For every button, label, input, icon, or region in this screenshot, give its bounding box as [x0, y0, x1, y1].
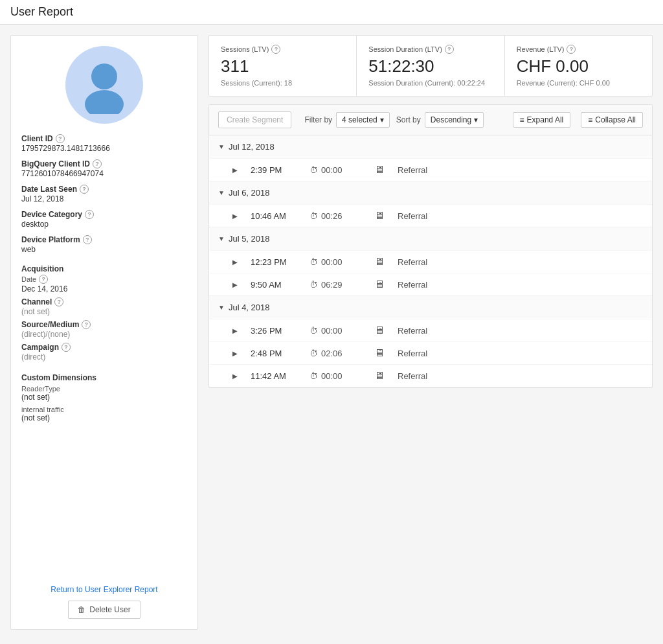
avatar: [65, 46, 143, 124]
sort-chevron-icon: ▾: [474, 115, 478, 124]
campaign-help-icon[interactable]: ?: [62, 343, 71, 352]
device-category-label: Device Category ?: [21, 210, 187, 219]
stat-sub-1: Session Duration (Current): 00:22:24: [368, 79, 492, 87]
group-chevron-0: ▼: [218, 143, 225, 150]
expand-all-button[interactable]: ≡ Expand All: [513, 112, 571, 128]
clock-icon-3-2: ⏱: [309, 371, 318, 381]
clock-icon-2-0: ⏱: [309, 257, 318, 267]
monitor-icon-2-0: 🖥: [372, 256, 387, 268]
channel-value: (not set): [21, 307, 187, 316]
stat-card-1: Session Duration (LTV) ? 51:22:30 Sessio…: [357, 36, 504, 96]
collapse-all-button[interactable]: ≡ Collapse All: [581, 112, 643, 128]
monitor-icon-3-2: 🖥: [372, 370, 387, 382]
session-expand-icon-0-0[interactable]: ▶: [232, 167, 238, 174]
svg-point-0: [91, 63, 117, 89]
monitor-icon-0-0: 🖥: [372, 164, 387, 176]
session-channel-3-1: Referral: [398, 349, 427, 358]
sessions-ltv-help-icon[interactable]: ?: [271, 45, 280, 54]
monitor-icon-1-0: 🖥: [372, 210, 387, 222]
custom-dimensions-section: Custom Dimensions ReaderType (not set) i…: [21, 373, 187, 426]
stat-sub-0: Sessions (Current): 18: [221, 79, 344, 87]
channel-label: Channel ?: [21, 297, 187, 306]
session-expand-icon-2-1[interactable]: ▶: [232, 281, 238, 288]
collapse-icon: ≡: [588, 115, 592, 124]
session-expand-icon-3-2[interactable]: ▶: [232, 373, 238, 380]
client-id-section: Client ID ? 1795729873.1481713666: [21, 134, 187, 153]
stat-value-2: CHF 0.00: [517, 56, 640, 76]
group-chevron-3: ▼: [218, 304, 225, 311]
session-duration-2-1: ⏱ 06:29: [309, 280, 361, 290]
session-duration-2-0: ⏱ 00:00: [309, 257, 361, 267]
session-expand-icon-3-0[interactable]: ▶: [232, 327, 238, 334]
campaign-section: Campaign ? (direct): [21, 343, 187, 362]
stat-card-2: Revenue (LTV) ? CHF 0.00 Revenue (Curren…: [505, 36, 652, 96]
create-segment-button[interactable]: Create Segment: [218, 111, 291, 128]
page-title: User Report: [10, 5, 653, 19]
session-expand-icon-1-0[interactable]: ▶: [232, 213, 238, 220]
device-platform-section: Device Platform ? web: [21, 235, 187, 254]
session-row-0-0: ▶ 2:39 PM ⏱ 00:00 🖥 Referral: [209, 158, 652, 181]
client-id-help-icon[interactable]: ?: [56, 134, 65, 143]
session-time-3-2: 11:42 AM: [251, 371, 299, 381]
sort-select[interactable]: Descending ▾: [425, 112, 484, 128]
bigquery-client-id-section: BigQuery Client ID ? 7712601078466947074: [21, 159, 187, 178]
session-channel-2-1: Referral: [398, 280, 427, 290]
group-chevron-2: ▼: [218, 235, 225, 242]
session-duration-1-0: ⏱ 00:26: [309, 211, 361, 221]
stat-card-0: Sessions (LTV) ? 311 Sessions (Current):…: [209, 36, 357, 96]
session-channel-1-0: Referral: [398, 211, 427, 221]
bigquery-value: 7712601078466947074: [21, 169, 187, 178]
filter-group: Filter by 4 selected ▾: [304, 112, 389, 128]
stat-sub-2: Revenue (Current): CHF 0.00: [517, 79, 640, 87]
date-last-seen-value: Jul 12, 2018: [21, 194, 187, 203]
date-last-seen-label: Date Last Seen ?: [21, 185, 187, 194]
acquisition-date-value: Dec 14, 2016: [21, 284, 187, 293]
device-category-help-icon[interactable]: ?: [85, 210, 94, 219]
revenue-help-icon[interactable]: ?: [567, 45, 576, 54]
clock-icon-1-0: ⏱: [309, 211, 318, 221]
source-medium-value: (direct)/(none): [21, 330, 187, 339]
filter-by-label: Filter by: [304, 115, 332, 124]
session-expand-icon-3-1[interactable]: ▶: [232, 350, 238, 357]
dim-name-1: internal traffic: [21, 406, 187, 413]
device-platform-value: web: [21, 245, 187, 254]
dim-name-0: ReaderType: [21, 385, 187, 393]
monitor-icon-3-1: 🖥: [372, 347, 387, 359]
session-group-0: ▼Jul 12, 2018 ▶ 2:39 PM ⏱ 00:00 🖥 Referr…: [209, 135, 652, 181]
return-link[interactable]: Return to User Explorer Report: [21, 572, 187, 594]
stat-label-0: Sessions (LTV) ?: [221, 45, 344, 54]
sort-group: Sort by Descending ▾: [396, 112, 484, 128]
session-duration-help-icon[interactable]: ?: [445, 45, 454, 54]
stat-value-0: 311: [221, 56, 344, 76]
monitor-icon-2-1: 🖥: [372, 279, 387, 290]
client-id-value: 1795729873.1481713666: [21, 144, 187, 153]
campaign-value: (direct): [21, 352, 187, 362]
acquisition-date-help-icon[interactable]: ?: [39, 275, 48, 284]
sessions-panel: Create Segment Filter by 4 selected ▾ So…: [208, 104, 653, 388]
device-category-value: desktop: [21, 220, 187, 229]
session-group-header-1[interactable]: ▼Jul 6, 2018: [209, 181, 652, 204]
filter-select[interactable]: 4 selected ▾: [336, 112, 390, 128]
group-date-3: Jul 4, 2018: [229, 303, 270, 312]
channel-help-icon[interactable]: ?: [54, 297, 63, 306]
session-group-header-0[interactable]: ▼Jul 12, 2018: [209, 135, 652, 158]
stats-row: Sessions (LTV) ? 311 Sessions (Current):…: [208, 35, 653, 97]
session-groups-container: ▼Jul 12, 2018 ▶ 2:39 PM ⏱ 00:00 🖥 Referr…: [209, 135, 652, 387]
device-platform-help-icon[interactable]: ?: [83, 235, 92, 244]
delete-user-button[interactable]: 🗑 Delete User: [68, 601, 140, 619]
stat-label-2: Revenue (LTV) ?: [517, 45, 640, 54]
source-medium-help-icon[interactable]: ?: [82, 320, 91, 329]
bigquery-help-icon[interactable]: ?: [93, 159, 102, 168]
session-expand-icon-2-0[interactable]: ▶: [232, 259, 238, 266]
dim-row-1: internal traffic (not set): [21, 406, 187, 422]
session-group-2: ▼Jul 5, 2018 ▶ 12:23 PM ⏱ 00:00 🖥 Referr…: [209, 227, 652, 296]
trash-icon: 🗑: [78, 605, 85, 614]
date-last-seen-help-icon[interactable]: ?: [80, 185, 89, 194]
filter-chevron-icon: ▾: [380, 115, 384, 124]
left-panel: Client ID ? 1795729873.1481713666 BigQue…: [10, 35, 198, 630]
source-medium-label: Source/Medium ?: [21, 320, 187, 329]
session-group-header-3[interactable]: ▼Jul 4, 2018: [209, 296, 652, 319]
session-group-header-2[interactable]: ▼Jul 5, 2018: [209, 227, 652, 250]
session-time-0-0: 2:39 PM: [251, 165, 299, 175]
acquisition-title: Acquisition: [21, 264, 187, 273]
